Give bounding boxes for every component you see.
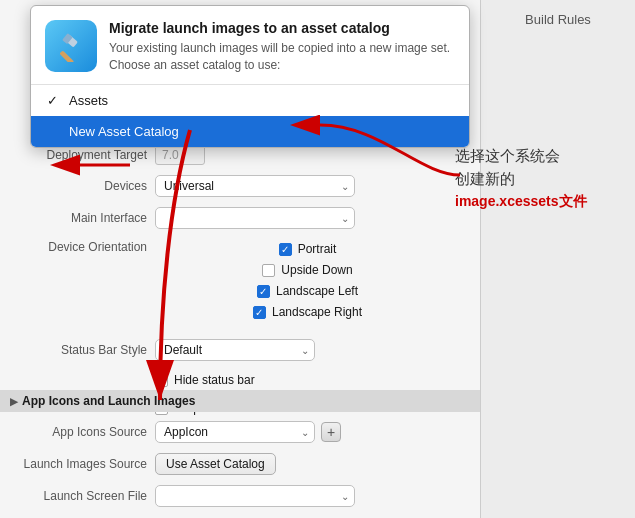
chevron-down-icon-4: ⌄ (301, 427, 309, 438)
build-rules-label: Build Rules (525, 12, 591, 27)
landscape-left-checkbox-row: ✓ Landscape Left (257, 284, 358, 298)
upside-down-label: Upside Down (281, 263, 352, 277)
triangle-icon: ▶ (10, 396, 18, 407)
main-interface-row: Main Interface ⌄ (0, 202, 480, 234)
landscape-right-checkbox[interactable]: ✓ (253, 306, 266, 319)
dialog-header: Migrate launch images to an asset catalo… (31, 6, 469, 84)
status-bar-control: Default ⌄ (155, 339, 460, 361)
chevron-down-icon-5: ⌄ (341, 491, 349, 502)
portrait-checkbox[interactable]: ✓ (279, 243, 292, 256)
landscape-left-label: Landscape Left (276, 284, 358, 298)
section-header-label: App Icons and Launch Images (22, 394, 195, 408)
app-icons-source-row: App Icons Source AppIcon ⌄ + (0, 416, 480, 448)
portrait-checkbox-row: ✓ Portrait (279, 242, 337, 256)
deployment-target-control: 7.0 (155, 145, 460, 165)
devices-select[interactable]: Universal ⌄ (155, 175, 355, 197)
devices-label: Devices (10, 179, 155, 193)
new-asset-catalog-option[interactable]: New Asset Catalog (31, 116, 469, 147)
annotation-box: 选择这个系统会 创建新的 image.xcessets文件 (455, 145, 630, 213)
hide-status-bar-label: Hide status bar (174, 373, 255, 387)
app-icons-source-control: AppIcon ⌄ + (155, 421, 460, 443)
hide-status-bar-checkbox-row: Hide status bar (155, 373, 255, 387)
landscape-left-checkbox[interactable]: ✓ (257, 285, 270, 298)
app-icons-section: ▶ App Icons and Launch Images App Icons … (0, 390, 480, 512)
status-bar-label: Status Bar Style (10, 343, 155, 357)
section-header: ▶ App Icons and Launch Images (0, 390, 480, 412)
checkmark-icon-2: ✓ (259, 286, 267, 297)
devices-row: Devices Universal ⌄ (0, 170, 480, 202)
hammer-icon (55, 30, 87, 62)
main-interface-control: ⌄ (155, 207, 460, 229)
device-orientation-label: Device Orientation (10, 240, 155, 254)
app-icons-source-select[interactable]: AppIcon ⌄ (155, 421, 315, 443)
dialog-list: ✓ Assets New Asset Catalog (31, 84, 469, 147)
status-bar-select[interactable]: Default ⌄ (155, 339, 315, 361)
hide-status-bar-control: Hide status bar (155, 371, 460, 389)
landscape-right-label: Landscape Right (272, 305, 362, 319)
app-icon (45, 20, 97, 72)
status-bar-value: Default (164, 343, 202, 357)
assets-label: Assets (69, 93, 108, 108)
status-bar-row: Status Bar Style Default ⌄ (0, 334, 480, 366)
assets-option[interactable]: ✓ Assets (31, 85, 469, 116)
upside-down-checkbox-row: Upside Down (262, 263, 352, 277)
checkmark-icon-3: ✓ (255, 307, 263, 318)
dialog-desc-line2: Choose an asset catalog to use: (109, 57, 453, 74)
landscape-right-checkbox-row: ✓ Landscape Right (253, 305, 362, 319)
devices-control: Universal ⌄ (155, 175, 460, 197)
deployment-target-value: 7.0 (155, 145, 205, 165)
chevron-down-icon: ⌄ (341, 181, 349, 192)
app-icons-source-label: App Icons Source (10, 425, 155, 439)
hide-status-bar-checkbox[interactable] (155, 374, 168, 387)
chevron-down-icon-2: ⌄ (341, 213, 349, 224)
add-icon-button[interactable]: + (321, 422, 341, 442)
devices-value: Universal (164, 179, 214, 193)
launch-screen-file-label: Launch Screen File (10, 489, 155, 503)
settings-area: Deployment Target 7.0 Devices Universal … (0, 140, 480, 422)
asset-catalog-dialog: Migrate launch images to an asset catalo… (30, 5, 470, 148)
orientation-checkboxes: ✓ Portrait Upside Down ✓ Landscape Left (155, 240, 460, 321)
launch-screen-file-row: Launch Screen File ⌄ (0, 480, 480, 512)
main-interface-label: Main Interface (10, 211, 155, 225)
chevron-down-icon-3: ⌄ (301, 345, 309, 356)
portrait-label: Portrait (298, 242, 337, 256)
annotation-line2: 创建新的 (455, 170, 515, 187)
checkmark-icon: ✓ (281, 244, 289, 255)
launch-screen-file-select[interactable]: ⌄ (155, 485, 355, 507)
launch-screen-file-control: ⌄ (155, 485, 460, 507)
checkmark-spacer (47, 124, 61, 139)
use-asset-catalog-button[interactable]: Use Asset Catalog (155, 453, 276, 475)
dialog-title: Migrate launch images to an asset catalo… (109, 20, 453, 36)
device-orientation-row: Device Orientation ✓ Portrait Upside Dow… (0, 234, 480, 326)
launch-images-source-row: Launch Images Source Use Asset Catalog (0, 448, 480, 480)
annotation-text: 选择这个系统会 创建新的 image.xcessets文件 (455, 145, 630, 213)
annotation-line1: 选择这个系统会 (455, 147, 560, 164)
launch-images-source-label: Launch Images Source (10, 457, 155, 471)
app-icons-source-value: AppIcon (164, 425, 208, 439)
svg-rect-1 (59, 50, 74, 62)
upside-down-checkbox[interactable] (262, 264, 275, 277)
checkmark-icon-4: ✓ (47, 93, 61, 108)
right-panel: Build Rules (480, 0, 635, 518)
dialog-desc-line1: Your existing launch images will be copi… (109, 40, 453, 57)
launch-images-source-control: Use Asset Catalog (155, 453, 460, 475)
annotation-line3: image.xcessets文件 (455, 193, 587, 209)
app-icon-inner (45, 20, 97, 72)
deployment-target-label: Deployment Target (10, 148, 155, 162)
main-interface-select[interactable]: ⌄ (155, 207, 355, 229)
dialog-title-section: Migrate launch images to an asset catalo… (109, 20, 453, 74)
new-asset-catalog-label: New Asset Catalog (69, 124, 179, 139)
